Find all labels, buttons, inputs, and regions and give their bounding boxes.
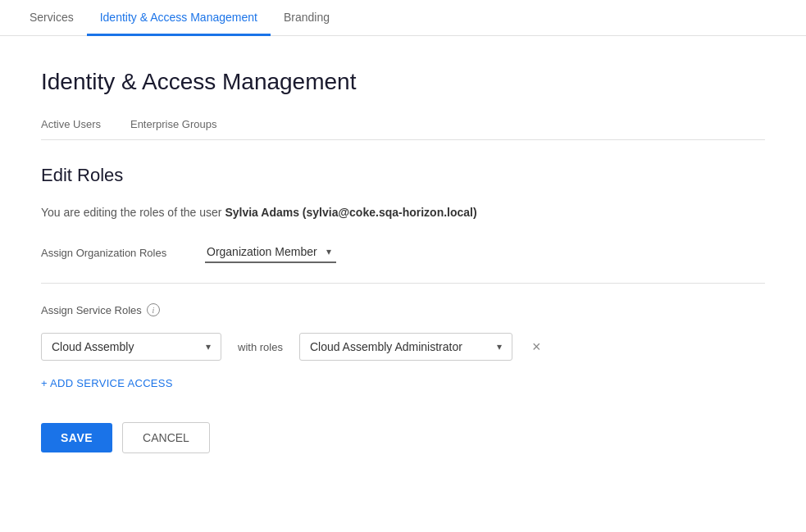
nav-services[interactable]: Services xyxy=(16,1,87,36)
user-name: Sylvia Adams (sylvia@coke.sqa-horizon.lo… xyxy=(225,206,476,219)
main-content: Identity & Access Management Active User… xyxy=(0,36,806,532)
save-button[interactable]: SAVE xyxy=(41,423,112,452)
service-chevron-icon: ▾ xyxy=(206,341,211,352)
tab-active-users[interactable]: Active Users xyxy=(41,111,114,140)
top-navigation: Services Identity & Access Management Br… xyxy=(0,0,806,36)
service-selected: Cloud Assembly xyxy=(52,340,134,353)
page-title: Identity & Access Management xyxy=(41,69,765,95)
service-access-row: Cloud Assembly ▾ with roles Cloud Assemb… xyxy=(41,333,765,361)
edit-roles-title: Edit Roles xyxy=(41,165,765,186)
role-chevron-icon: ▾ xyxy=(497,341,502,352)
nav-iam[interactable]: Identity & Access Management xyxy=(87,1,271,36)
service-roles-section: Assign Service Roles i xyxy=(41,303,765,316)
info-icon[interactable]: i xyxy=(147,303,160,316)
section-divider xyxy=(41,283,765,284)
add-service-access-button[interactable]: + ADD SERVICE ACCESS xyxy=(41,377,765,389)
roles-dropdown[interactable]: Cloud Assembly Administrator ▾ xyxy=(299,333,512,361)
assign-service-roles-label: Assign Service Roles xyxy=(41,304,142,316)
remove-service-button[interactable]: × xyxy=(529,336,544,357)
tab-enterprise-groups[interactable]: Enterprise Groups xyxy=(130,111,230,140)
sub-tabs: Active Users Enterprise Groups xyxy=(41,111,765,140)
role-selected: Cloud Assembly Administrator xyxy=(310,340,462,353)
nav-branding[interactable]: Branding xyxy=(271,1,343,36)
edit-roles-description: You are editing the roles of the user Sy… xyxy=(41,206,765,219)
org-role-selected: Organization Member xyxy=(207,245,317,258)
cancel-button[interactable]: CANCEL xyxy=(122,422,210,453)
with-roles-label: with roles xyxy=(238,341,283,353)
assign-org-roles-label: Assign Organization Roles xyxy=(41,247,205,259)
service-dropdown[interactable]: Cloud Assembly ▾ xyxy=(41,333,221,361)
action-buttons: SAVE CANCEL xyxy=(41,422,765,453)
org-role-chevron-icon: ▾ xyxy=(326,246,331,257)
org-roles-row: Assign Organization Roles Organization M… xyxy=(41,242,765,263)
org-role-dropdown[interactable]: Organization Member ▾ xyxy=(205,242,336,263)
